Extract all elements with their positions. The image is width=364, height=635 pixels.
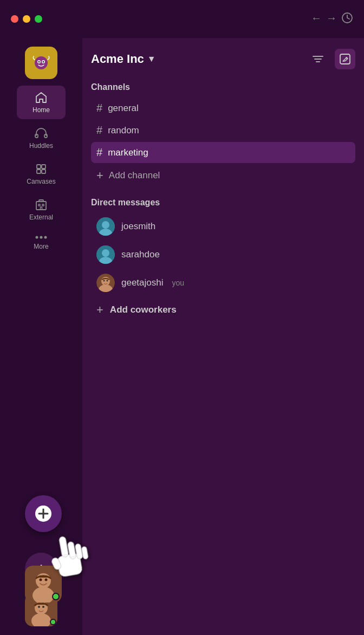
workspace-actions xyxy=(308,49,355,69)
headphones-icon xyxy=(35,127,48,140)
channel-item-general[interactable]: # general xyxy=(91,98,355,119)
layers-icon xyxy=(35,163,48,176)
minimize-button[interactable] xyxy=(23,15,30,23)
workspace-title: Acme Inc xyxy=(91,52,144,66)
svg-rect-16 xyxy=(42,204,44,206)
avatar-online-dot xyxy=(52,593,60,600)
traffic-lights xyxy=(11,15,42,23)
svg-rect-11 xyxy=(37,170,41,173)
svg-point-39 xyxy=(103,280,105,282)
back-button[interactable]: ← xyxy=(311,12,322,27)
icon-sidebar: Home Huddles Ca xyxy=(0,38,82,635)
channel-name-marketing: marketing xyxy=(108,147,148,158)
dm-you-badge-geetajoshi: you xyxy=(172,278,185,287)
app-layout: Home Huddles Ca xyxy=(0,38,364,635)
app-logo[interactable] xyxy=(25,47,57,79)
svg-point-25 xyxy=(42,606,44,608)
svg-point-24 xyxy=(38,606,40,608)
svg-point-31 xyxy=(102,221,109,229)
svg-point-47 xyxy=(40,579,42,581)
workspace-chevron-icon: ▼ xyxy=(147,54,156,64)
dm-avatar-sarahdoe xyxy=(96,245,115,264)
sidebar-item-label-home: Home xyxy=(32,106,50,114)
sidebar-item-home[interactable]: Home xyxy=(17,86,66,119)
add-coworkers-label: Add coworkers xyxy=(110,304,177,315)
filter-button[interactable] xyxy=(308,49,328,69)
dots-icon xyxy=(35,234,48,241)
history-button[interactable] xyxy=(341,12,353,27)
svg-rect-10 xyxy=(42,165,46,169)
home-icon xyxy=(35,91,48,104)
svg-point-2 xyxy=(35,56,48,69)
add-workspace-overlay xyxy=(25,495,62,532)
dm-item-sarahdoe[interactable]: sarahdoe xyxy=(91,241,355,268)
svg-point-5 xyxy=(38,61,40,63)
channel-item-random[interactable]: # random xyxy=(91,120,355,141)
dm-item-joesmith[interactable]: joesmith xyxy=(91,213,355,240)
svg-rect-8 xyxy=(44,134,47,138)
dm-item-geetajoshi[interactable]: geetajoshi you xyxy=(91,269,355,296)
channel-sidebar: Acme Inc ▼ xyxy=(82,38,364,635)
svg-rect-14 xyxy=(39,200,43,202)
svg-point-6 xyxy=(43,61,44,63)
bottom-user-avatar[interactable] xyxy=(25,566,62,602)
svg-rect-12 xyxy=(42,170,46,173)
channel-name-random: random xyxy=(108,125,139,136)
svg-rect-15 xyxy=(38,204,40,206)
add-coworkers-button[interactable]: + Add coworkers xyxy=(91,299,355,321)
add-channel-button[interactable]: + Add channel xyxy=(91,164,355,187)
building-icon xyxy=(35,198,48,211)
workspace-header: Acme Inc ▼ xyxy=(91,47,355,72)
title-bar: ← → xyxy=(0,0,364,38)
sidebar-item-label-huddles: Huddles xyxy=(29,142,53,150)
sidebar-item-canvases[interactable]: Canvases xyxy=(17,157,66,191)
navigation-arrows: ← → xyxy=(311,12,353,27)
svg-rect-13 xyxy=(36,202,46,210)
dm-section-header: Direct messages xyxy=(91,198,355,208)
svg-rect-17 xyxy=(41,207,42,210)
svg-point-19 xyxy=(40,236,43,239)
sidebar-item-label-canvases: Canvases xyxy=(27,178,55,185)
dm-name-joesmith: joesmith xyxy=(121,221,155,232)
svg-point-18 xyxy=(36,236,38,239)
dm-avatar-joesmith xyxy=(96,217,115,236)
channels-section-header: Channels xyxy=(91,82,355,92)
maximize-button[interactable] xyxy=(35,15,42,23)
hash-icon-marketing: # xyxy=(96,146,102,159)
svg-point-48 xyxy=(45,579,48,581)
channel-item-marketing[interactable]: # marketing xyxy=(91,142,355,163)
svg-point-34 xyxy=(102,249,109,257)
sidebar-item-external[interactable]: External xyxy=(17,193,66,226)
svg-point-40 xyxy=(107,280,108,282)
add-coworkers-icon: + xyxy=(96,303,103,317)
dm-avatar-geetajoshi xyxy=(96,274,115,292)
workspace-title-group[interactable]: Acme Inc ▼ xyxy=(91,52,156,66)
sidebar-item-huddles[interactable]: Huddles xyxy=(17,121,66,155)
close-button[interactable] xyxy=(11,15,18,23)
dm-name-geetajoshi: geetajoshi xyxy=(121,277,164,288)
dm-name-sarahdoe: sarahdoe xyxy=(121,249,160,260)
svg-rect-7 xyxy=(35,134,38,138)
hash-icon-random: # xyxy=(96,124,102,137)
svg-point-20 xyxy=(44,236,47,239)
compose-button[interactable] xyxy=(335,49,355,69)
forward-button[interactable]: → xyxy=(326,12,337,27)
sidebar-item-label-external: External xyxy=(29,213,53,221)
svg-rect-9 xyxy=(37,165,41,169)
hash-icon-general: # xyxy=(96,102,102,114)
online-status-dot xyxy=(50,619,56,625)
sidebar-item-more[interactable]: More xyxy=(17,229,66,256)
sidebar-item-label-more: More xyxy=(34,243,48,250)
add-channel-label: Add channel xyxy=(109,170,160,181)
channel-name-general: general xyxy=(108,103,139,114)
dm-section: Direct messages joesmith xyxy=(91,198,355,321)
add-channel-icon: + xyxy=(96,169,103,183)
add-workspace-circle-button[interactable] xyxy=(25,495,62,532)
